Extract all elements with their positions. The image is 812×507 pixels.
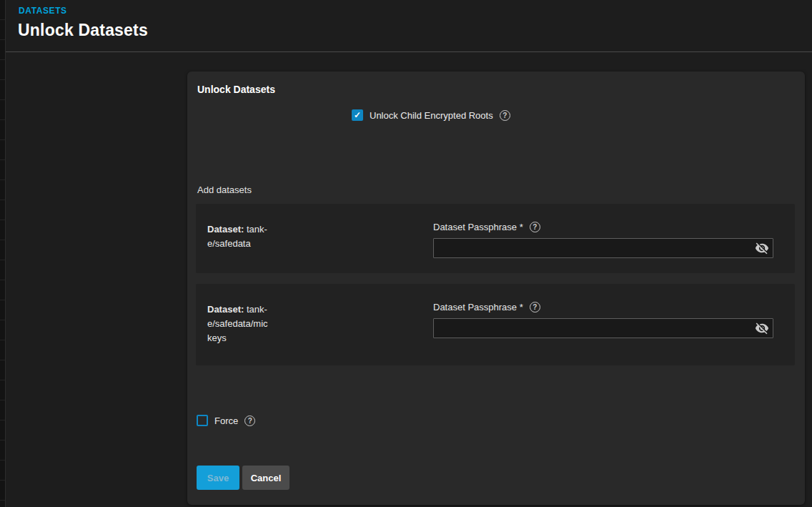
visibility-toggle[interactable] <box>754 321 770 335</box>
force-row: Force ? <box>197 415 255 426</box>
force-label[interactable]: Force <box>214 415 238 426</box>
form-actions: Save Cancel <box>197 466 289 490</box>
unlock-datasets-page: DATASETS Unlock Datasets Unlock Datasets… <box>0 0 812 507</box>
unlock-child-label[interactable]: Unlock Child Encrypted Roots <box>370 110 493 121</box>
form-title: Unlock Datasets <box>197 84 275 95</box>
save-button[interactable]: Save <box>197 466 239 490</box>
checkmark-icon: ✓ <box>354 111 361 119</box>
dataset-name: Dataset: tank-e/safedata <box>207 222 270 251</box>
passphrase-field: Dataset Passphrase * ? <box>433 222 773 258</box>
help-icon[interactable]: ? <box>530 302 540 312</box>
help-icon[interactable]: ? <box>530 222 540 232</box>
dataset-name: Dataset: tank-e/safedata/mickeys <box>207 302 270 345</box>
unlock-child-checkbox[interactable]: ✓ <box>352 109 363 121</box>
visibility-toggle[interactable] <box>754 241 770 255</box>
visibility-off-icon <box>755 241 769 255</box>
cancel-button[interactable]: Cancel <box>242 466 289 490</box>
breadcrumb-datasets-link[interactable]: DATASETS <box>19 6 67 16</box>
visibility-off-icon <box>755 321 769 335</box>
force-checkbox[interactable] <box>197 415 208 426</box>
help-icon[interactable]: ? <box>244 415 255 426</box>
dataset-row: Dataset: tank-e/safedata Dataset Passphr… <box>196 204 795 273</box>
dataset-name-prefix: Dataset: <box>207 224 244 235</box>
passphrase-input[interactable] <box>433 318 773 338</box>
header-divider <box>6 51 812 52</box>
passphrase-label: Dataset Passphrase * <box>433 222 523 232</box>
unlock-child-row: ✓ Unlock Child Encrypted Roots ? <box>352 109 510 121</box>
unlock-datasets-card: Unlock Datasets ✓ Unlock Child Encrypted… <box>187 72 805 505</box>
collapsed-sidebar <box>0 0 6 507</box>
dataset-row: Dataset: tank-e/safedata/mickeys Dataset… <box>196 284 795 365</box>
passphrase-label: Dataset Passphrase * <box>433 302 523 312</box>
add-datasets-label: Add datasets <box>197 184 252 195</box>
page-title: Unlock Datasets <box>18 21 148 40</box>
passphrase-input[interactable] <box>433 238 773 258</box>
passphrase-field: Dataset Passphrase * ? <box>433 302 773 338</box>
help-icon[interactable]: ? <box>500 110 510 121</box>
dataset-name-prefix: Dataset: <box>207 304 244 315</box>
